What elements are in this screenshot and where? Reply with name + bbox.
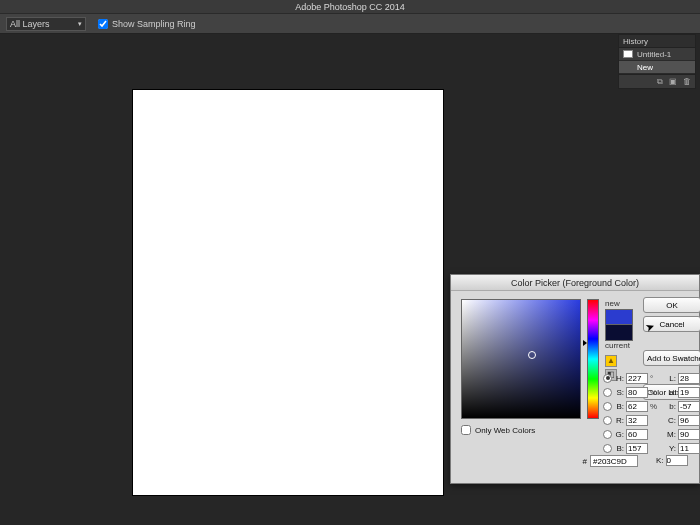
a-field[interactable] <box>678 387 700 398</box>
spectrum-cursor-icon <box>528 351 536 359</box>
color-spectrum-field[interactable] <box>461 299 581 419</box>
s-radio[interactable] <box>603 388 612 397</box>
c-label: C: <box>666 416 676 425</box>
bl-radio[interactable] <box>603 444 612 453</box>
ok-button[interactable]: OK <box>643 297 700 313</box>
g-field[interactable] <box>626 429 648 440</box>
h-label: H: <box>614 374 624 383</box>
bb-row: B: % b: <box>603 399 700 413</box>
only-web-colors-label: Only Web Colors <box>475 426 535 435</box>
document-canvas[interactable] <box>133 90 443 495</box>
hex-field[interactable] <box>590 455 638 467</box>
document-thumbnail-icon <box>623 50 633 58</box>
chevron-down-icon: ▾ <box>78 20 82 28</box>
hue-slider-handle-icon[interactable] <box>583 340 587 346</box>
h-radio[interactable] <box>603 374 612 383</box>
hue-slider[interactable] <box>587 299 599 419</box>
c-field[interactable] <box>678 415 700 426</box>
new-icon[interactable]: ▣ <box>669 77 677 86</box>
g-label: G: <box>614 430 624 439</box>
y-field[interactable] <box>678 443 700 454</box>
swatch-current <box>605 325 633 341</box>
m-label: M: <box>666 430 676 439</box>
tool-option-bar: All Layers ▾ Show Sampling Ring <box>0 14 700 34</box>
history-panel: History Untitled-1 New ⧉ ▣ 🗑 <box>618 34 696 89</box>
only-web-colors-input[interactable] <box>461 425 471 435</box>
color-picker-title: Color Picker (Foreground Color) <box>451 275 699 291</box>
l-label: L: <box>666 374 676 383</box>
panels-dock: History Untitled-1 New ⧉ ▣ 🗑 <box>618 34 696 93</box>
y-label: Y: <box>666 444 676 453</box>
history-state-row[interactable]: New <box>619 61 695 74</box>
b-radio[interactable] <box>603 402 612 411</box>
history-document-row[interactable]: Untitled-1 <box>619 48 695 61</box>
h-field[interactable] <box>626 373 648 384</box>
history-document-label: Untitled-1 <box>637 50 671 59</box>
sample-dropdown[interactable]: All Layers ▾ <box>6 17 86 31</box>
s-label: S: <box>614 388 624 397</box>
history-state-label: New <box>637 63 653 72</box>
h-row: H: ° L: <box>603 371 700 385</box>
k-label: K: <box>656 456 664 465</box>
swatch-current-label: current <box>605 341 639 351</box>
b-label: B: <box>614 402 624 411</box>
gamut-warning-icon[interactable]: ▲ <box>605 355 617 367</box>
g-radio[interactable] <box>603 430 612 439</box>
r-field[interactable] <box>626 415 648 426</box>
history-tab-label: History <box>623 37 648 46</box>
show-sampling-ring-checkbox[interactable]: Show Sampling Ring <box>98 19 196 29</box>
show-sampling-ring-label: Show Sampling Ring <box>112 19 196 29</box>
swatch-new <box>605 309 633 325</box>
lab-b-label: b: <box>666 402 676 411</box>
a-label: a: <box>666 388 676 397</box>
r-row: R: C: <box>603 413 700 427</box>
show-sampling-ring-input[interactable] <box>98 19 108 29</box>
lab-b-field[interactable] <box>678 401 700 412</box>
bl-row: B: Y: <box>603 441 700 455</box>
history-panel-footer: ⧉ ▣ 🗑 <box>619 74 695 88</box>
hex-hash: # <box>579 457 587 466</box>
app-title: Adobe Photoshop CC 2014 <box>295 2 405 12</box>
color-picker-title-text: Color Picker (Foreground Color) <box>511 278 639 288</box>
swatch-new-label: new <box>605 299 639 309</box>
cancel-button[interactable]: Cancel <box>643 316 700 332</box>
bl-field[interactable] <box>626 443 648 454</box>
bl-label: B: <box>614 444 624 453</box>
r-radio[interactable] <box>603 416 612 425</box>
l-field[interactable] <box>678 373 700 384</box>
s-row: S: % a: <box>603 385 700 399</box>
r-label: R: <box>614 416 624 425</box>
add-to-swatches-button[interactable]: Add to Swatches <box>643 350 700 366</box>
b-field[interactable] <box>626 401 648 412</box>
app-title-bar: Adobe Photoshop CC 2014 <box>0 0 700 14</box>
history-panel-tab[interactable]: History <box>619 35 695 48</box>
k-field[interactable] <box>666 455 688 466</box>
workspace: History Untitled-1 New ⧉ ▣ 🗑 Color P <box>0 34 700 525</box>
only-web-colors-checkbox[interactable]: Only Web Colors <box>461 425 535 435</box>
reel-icon[interactable]: ⧉ <box>657 77 663 87</box>
m-field[interactable] <box>678 429 700 440</box>
sample-dropdown-value: All Layers <box>10 19 50 29</box>
color-picker-dialog: Color Picker (Foreground Color) new curr… <box>450 274 700 484</box>
g-row: G: M: <box>603 427 700 441</box>
trash-icon[interactable]: 🗑 <box>683 77 691 86</box>
s-field[interactable] <box>626 387 648 398</box>
